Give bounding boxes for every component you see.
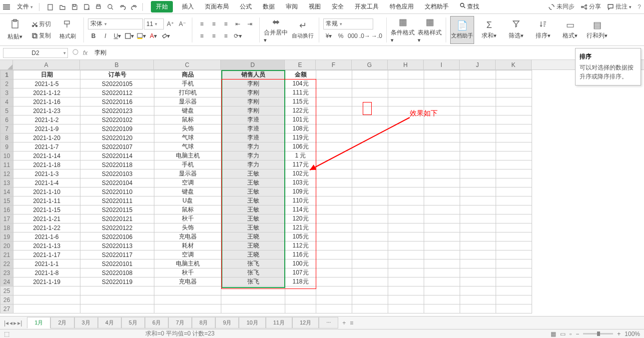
sheet-tab[interactable]: 4月: [98, 317, 121, 328]
cell[interactable]: [316, 106, 352, 116]
cell[interactable]: 王晓: [221, 250, 285, 260]
cell[interactable]: 101元: [285, 116, 316, 124]
cell[interactable]: [316, 268, 352, 278]
cell[interactable]: [13, 296, 80, 304]
cell[interactable]: [221, 304, 285, 314]
currency-icon[interactable]: ¥▾: [323, 30, 334, 42]
cell[interactable]: [460, 70, 496, 80]
cell[interactable]: [316, 160, 352, 170]
cell[interactable]: 2021-1-4: [13, 178, 80, 188]
zoom-level[interactable]: 100%: [625, 330, 640, 338]
cell[interactable]: 王敏: [221, 170, 285, 178]
merge-button[interactable]: ⬌合并居中▾: [264, 16, 288, 44]
cell[interactable]: [80, 286, 154, 296]
cell[interactable]: [460, 214, 496, 224]
clear-icon[interactable]: ▾: [160, 30, 171, 42]
row-header[interactable]: 16: [0, 206, 13, 214]
cell[interactable]: [388, 268, 424, 278]
cell[interactable]: S20220110: [80, 188, 154, 196]
cell[interactable]: S20220107: [80, 142, 154, 152]
header-cell[interactable]: 订单号: [80, 70, 154, 80]
cell[interactable]: [496, 142, 532, 152]
row-header[interactable]: 15: [0, 196, 13, 206]
paste-button[interactable]: 粘贴▾: [3, 16, 27, 44]
cell[interactable]: 2021-1-23: [13, 106, 80, 116]
cell[interactable]: 109元: [285, 188, 316, 196]
cell[interactable]: 118元: [285, 278, 316, 286]
cell[interactable]: 键盘: [154, 106, 221, 116]
cell[interactable]: [460, 196, 496, 206]
cell[interactable]: [388, 98, 424, 106]
cell[interactable]: 122元: [285, 106, 316, 116]
cell[interactable]: [388, 260, 424, 268]
copy-button[interactable]: 复制: [30, 30, 52, 41]
sheet-tab[interactable]: 7月: [168, 317, 192, 328]
cell[interactable]: [424, 70, 460, 80]
align-top-icon[interactable]: ≡: [196, 18, 207, 30]
cell[interactable]: [424, 134, 460, 142]
row-header[interactable]: 23: [0, 268, 13, 278]
tab-security[interactable]: 安全: [330, 0, 346, 13]
cell[interactable]: [460, 88, 496, 98]
row-header[interactable]: 12: [0, 170, 13, 178]
cell[interactable]: U盘: [154, 196, 221, 206]
cell[interactable]: 100元: [285, 260, 316, 268]
cell[interactable]: 王晓: [221, 242, 285, 250]
preview-icon[interactable]: [105, 2, 115, 12]
table-style-button[interactable]: ▦表格样式▾: [418, 16, 442, 44]
help-icon[interactable]: ?: [638, 4, 641, 10]
spreadsheet-grid[interactable]: 1日期订单号商品销售人员金额22021-1-5S20220105手机李刚104元…: [0, 70, 644, 314]
cell[interactable]: [460, 278, 496, 286]
tab-special[interactable]: 特色应用: [388, 0, 416, 13]
cell[interactable]: [496, 134, 532, 142]
cell[interactable]: [388, 80, 424, 88]
cell[interactable]: [496, 116, 532, 124]
undo-icon[interactable]: [117, 2, 127, 12]
cell[interactable]: [316, 70, 352, 80]
share-button[interactable]: 分享: [581, 2, 601, 11]
sheet-tab[interactable]: 10月: [239, 317, 265, 328]
cell[interactable]: [221, 286, 285, 296]
cell[interactable]: S20220114: [80, 152, 154, 160]
align-bot-icon[interactable]: ≡: [220, 18, 231, 30]
cell[interactable]: 李力: [221, 152, 285, 160]
row-header[interactable]: 5: [0, 106, 13, 116]
cell[interactable]: [496, 286, 532, 296]
cell[interactable]: [352, 250, 388, 260]
cell[interactable]: [424, 268, 460, 278]
cell[interactable]: 王敏: [221, 178, 285, 188]
cell[interactable]: 打印机: [154, 88, 221, 98]
cell[interactable]: [352, 106, 388, 116]
cell[interactable]: 电脑主机: [154, 260, 221, 268]
cell[interactable]: [424, 196, 460, 206]
cell[interactable]: [460, 178, 496, 188]
cell[interactable]: 119元: [285, 134, 316, 142]
cell[interactable]: 李逵: [221, 116, 285, 124]
cell[interactable]: [388, 250, 424, 260]
row-header[interactable]: 26: [0, 296, 13, 304]
cell[interactable]: 王敏: [221, 224, 285, 232]
file-menu[interactable]: 文件▾: [14, 2, 36, 12]
cell[interactable]: [460, 286, 496, 296]
row-header[interactable]: 19: [0, 232, 13, 242]
sheet-tab[interactable]: 5月: [121, 317, 145, 328]
cell[interactable]: [424, 250, 460, 260]
cell[interactable]: 2021-1-10: [13, 188, 80, 196]
cell[interactable]: [352, 206, 388, 214]
cell[interactable]: 李逵: [221, 134, 285, 142]
cell[interactable]: [316, 178, 352, 188]
cell[interactable]: 114元: [285, 206, 316, 214]
cell[interactable]: [496, 242, 532, 250]
cell[interactable]: [388, 124, 424, 134]
cell[interactable]: 鼠标: [154, 116, 221, 124]
sheet-nav-last-icon[interactable]: ▸|: [17, 320, 22, 326]
app-menu-icon[interactable]: [3, 3, 11, 11]
fx-cancel-icon[interactable]: [72, 48, 79, 57]
cell[interactable]: [388, 232, 424, 242]
cell[interactable]: 2021-1-21: [13, 214, 80, 224]
cell[interactable]: [424, 88, 460, 98]
tab-dev[interactable]: 开发工具: [353, 0, 381, 13]
cell[interactable]: [460, 80, 496, 88]
cell[interactable]: 2021-1-8: [13, 268, 80, 278]
cell[interactable]: [424, 242, 460, 250]
